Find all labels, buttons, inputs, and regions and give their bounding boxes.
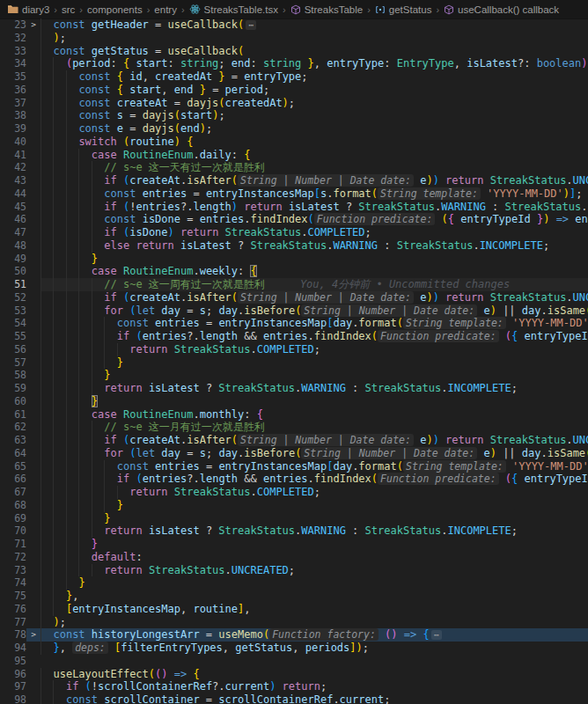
line-number[interactable]: 59 <box>0 382 26 395</box>
breadcrumb-item-src[interactable]: src <box>62 4 75 15</box>
code-line-54[interactable]: 54const entries = entryInstancesMap[day.… <box>0 317 588 330</box>
code-text[interactable]: }, deps: [filterEntryTypes, getStatus, p… <box>40 642 588 655</box>
line-number[interactable]: 47 <box>0 226 26 239</box>
code-text[interactable]: default: <box>40 551 588 564</box>
code-line-42[interactable]: 42// s~e 这一天有过一次就是胜利 <box>0 161 588 174</box>
code-line-39[interactable]: 39const e = dayjs(end); <box>0 122 588 136</box>
code-text[interactable]: case RoutineEnum.daily: { <box>40 149 588 162</box>
code-line-72[interactable]: 72default: <box>0 551 588 564</box>
line-number[interactable]: 52 <box>0 291 26 304</box>
code-line-73[interactable]: 73return StreakStatus.UNCREATED; <box>0 564 588 577</box>
line-number[interactable]: 51 <box>0 278 26 291</box>
line-number[interactable]: 60 <box>0 395 26 408</box>
line-number[interactable]: 74 <box>0 576 26 590</box>
code-text[interactable]: switch (routine) { <box>40 136 588 149</box>
code-line-40[interactable]: 40switch (routine) { <box>0 136 588 149</box>
line-number[interactable]: 39 <box>0 122 26 136</box>
code-text[interactable]: case RoutineEnum.weekly: { <box>40 265 588 278</box>
line-number[interactable]: 55 <box>0 330 26 343</box>
code-text[interactable]: useLayoutEffect(() => { <box>40 668 588 681</box>
code-text[interactable]: return StreakStatus.COMPLETED; <box>40 486 588 499</box>
line-number[interactable]: 37 <box>0 97 26 110</box>
code-text[interactable]: const s = dayjs(start); <box>40 109 588 122</box>
line-number[interactable]: 58 <box>0 369 26 382</box>
code-line-75[interactable]: 75}, <box>0 590 588 603</box>
code-text[interactable]: if (createAt.isAfter(String | Number | D… <box>40 434 588 447</box>
code-line-52[interactable]: 52if (createAt.isAfter(String | Number |… <box>0 291 588 304</box>
line-number[interactable]: 63 <box>0 434 26 447</box>
code-text[interactable] <box>40 655 588 668</box>
code-text[interactable]: if (createAt.isAfter(String | Number | D… <box>40 174 588 187</box>
line-number[interactable]: 75 <box>0 590 26 603</box>
line-number[interactable]: 35 <box>0 70 26 84</box>
line-number[interactable]: 36 <box>0 84 26 97</box>
line-number[interactable]: 95 <box>0 655 26 668</box>
code-text[interactable]: } <box>40 369 588 382</box>
code-text[interactable]: if (createAt.isAfter(String | Number | D… <box>40 291 588 304</box>
line-number[interactable]: 42 <box>0 161 26 174</box>
code-line-96[interactable]: 96useLayoutEffect(() => { <box>0 668 588 681</box>
code-line-65[interactable]: 65const entries = entryInstancesMap[day.… <box>0 460 588 473</box>
line-number[interactable]: 49 <box>0 253 26 266</box>
code-line-67[interactable]: 67return StreakStatus.COMPLETED; <box>0 486 588 499</box>
code-text[interactable]: (period: { start: string; end: string },… <box>40 57 588 70</box>
line-number[interactable]: 44 <box>0 187 26 201</box>
code-line-66[interactable]: 66if (entries?.length && entries.findInd… <box>0 473 588 486</box>
code-text[interactable]: if (!scrollContainerRef?.current) return… <box>40 680 588 693</box>
line-number[interactable]: 48 <box>0 239 26 253</box>
code-line-74[interactable]: 74} <box>0 576 588 590</box>
code-text[interactable]: // s~e 这一天有过一次就是胜利 <box>40 161 588 174</box>
line-number[interactable]: 69 <box>0 512 26 525</box>
code-text[interactable]: // s~e 这一月有过一次就是胜利 <box>40 421 588 434</box>
code-text[interactable]: // s~e 这一周有过一次就是胜利You, 4分钟前 • Uncommitte… <box>40 278 588 291</box>
line-number[interactable]: 96 <box>0 668 26 681</box>
line-number[interactable]: 66 <box>0 473 26 486</box>
code-line-78[interactable]: 78>const historyLongestArr = useMemo(Fun… <box>0 628 588 642</box>
breadcrumb-item-entry[interactable]: entry <box>154 4 177 15</box>
code-text[interactable]: } <box>40 576 588 590</box>
code-line-47[interactable]: 47if (isDone) return StreakStatus.COMPLE… <box>0 226 588 239</box>
code-text[interactable]: } <box>40 253 588 266</box>
code-line-51[interactable]: 51// s~e 这一周有过一次就是胜利You, 4分钟前 • Uncommit… <box>0 278 588 291</box>
code-text[interactable]: const { id, createdAt } = entryType; <box>40 70 588 84</box>
line-number[interactable]: 38 <box>0 109 26 122</box>
code-line-98[interactable]: 98const scrollContainer = scrollContaine… <box>0 693 588 704</box>
line-number[interactable]: 33 <box>0 45 26 58</box>
line-number[interactable]: 71 <box>0 538 26 551</box>
code-text[interactable]: } <box>40 512 588 525</box>
breadcrumb-item-streakstable-tsx[interactable]: StreaksTable.tsx <box>189 4 278 15</box>
code-line-60[interactable]: 60} <box>0 395 588 408</box>
code-text[interactable]: } <box>40 395 588 408</box>
code-line-36[interactable]: 36const { start, end } = period; <box>0 84 588 97</box>
breadcrumb-item-components[interactable]: components <box>87 4 143 15</box>
line-number[interactable]: 98 <box>0 693 26 704</box>
code-text[interactable]: for (let day = s; day.isBefore(String | … <box>40 447 588 460</box>
code-text[interactable]: ); <box>40 32 588 45</box>
line-number[interactable]: 76 <box>0 603 26 616</box>
code-text[interactable]: if (!entries?.length) return isLatest ? … <box>40 201 588 214</box>
code-line-33[interactable]: 33const getStatus = useCallback( <box>0 45 588 58</box>
code-line-76[interactable]: 76[entryInstancesMap, routine], <box>0 603 588 616</box>
code-text[interactable]: if (isDone) return StreakStatus.COMPLETE… <box>40 226 588 239</box>
fold-collapsed-icon[interactable]: > <box>26 18 40 32</box>
code-line-94[interactable]: 94}, deps: [filterEntryTypes, getStatus,… <box>0 642 588 655</box>
line-number[interactable]: 34 <box>0 57 26 70</box>
code-text[interactable]: const scrollContainer = scrollContainerR… <box>40 693 588 704</box>
line-number[interactable]: 46 <box>0 213 26 226</box>
line-number[interactable]: 40 <box>0 136 26 149</box>
code-line-64[interactable]: 64for (let day = s; day.isBefore(String … <box>0 447 588 460</box>
line-number[interactable]: 65 <box>0 460 26 473</box>
code-line-38[interactable]: 38const s = dayjs(start); <box>0 109 588 122</box>
breadcrumb-item-usecallback-callback[interactable]: useCallback() callback <box>444 4 559 15</box>
code-line-46[interactable]: 46const isDone = entries.findIndex(Funct… <box>0 213 588 226</box>
code-text[interactable]: } <box>40 538 588 551</box>
code-line-59[interactable]: 59return isLatest ? StreakStatus.WARNING… <box>0 382 588 395</box>
code-line-69[interactable]: 69} <box>0 512 588 525</box>
code-line-95[interactable]: 95 <box>0 655 588 668</box>
code-text[interactable]: const entries = entryInstancesMap[day.fo… <box>40 460 588 473</box>
code-text[interactable]: else return isLatest ? StreakStatus.WARN… <box>40 239 588 253</box>
line-number[interactable]: 41 <box>0 149 26 162</box>
code-text[interactable]: return StreakStatus.UNCREATED; <box>40 564 588 577</box>
line-number[interactable]: 56 <box>0 343 26 356</box>
code-line-56[interactable]: 56return StreakStatus.COMPLETED; <box>0 343 588 356</box>
